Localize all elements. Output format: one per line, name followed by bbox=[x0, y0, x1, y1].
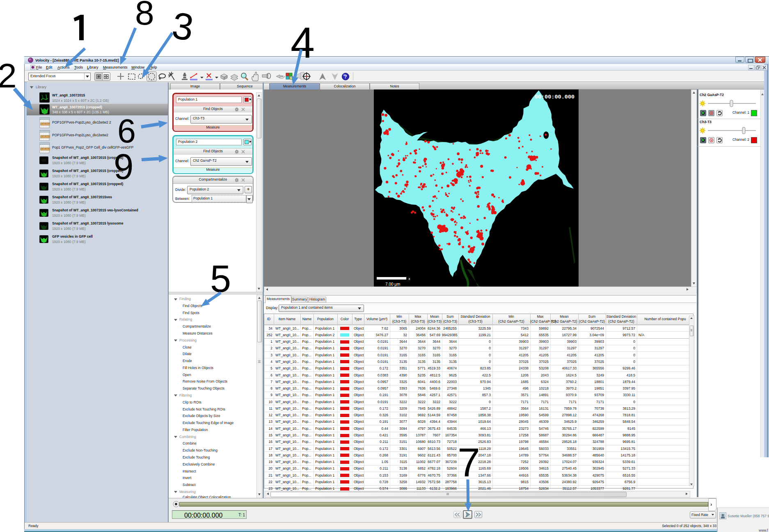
svg-text:6: 6 bbox=[117, 112, 136, 149]
svg-text:8: 8 bbox=[135, 0, 154, 32]
svg-text:9: 9 bbox=[114, 147, 133, 186]
svg-text:4: 4 bbox=[291, 18, 315, 67]
svg-text:7: 7 bbox=[458, 439, 480, 485]
svg-text:3: 3 bbox=[169, 4, 196, 48]
